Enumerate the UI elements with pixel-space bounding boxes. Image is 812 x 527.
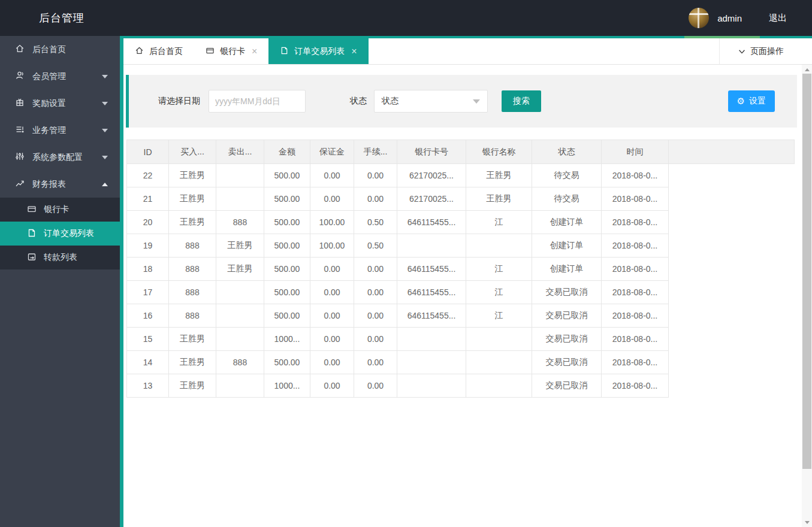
- table-cell-filler: [669, 187, 795, 211]
- table-cell: 0.00: [310, 164, 354, 187]
- sidebar-subitem-bankcard[interactable]: 银行卡: [0, 198, 120, 222]
- sidebar-item-finance-reports[interactable]: 财务报表: [0, 171, 120, 198]
- business-icon: [15, 125, 32, 136]
- column-header: 卖出...: [216, 140, 264, 164]
- sidebar-item-business[interactable]: 业务管理: [0, 117, 120, 144]
- table-cell: 王胜男: [169, 187, 216, 211]
- table-cell: 888: [169, 234, 216, 258]
- status-select[interactable]: 状态: [374, 90, 488, 113]
- tab-label: 订单交易列表: [294, 46, 345, 57]
- chevron-down-icon: [473, 99, 480, 104]
- params-icon: [15, 152, 32, 163]
- search-button[interactable]: 搜索: [502, 90, 541, 112]
- sidebar-subitem-transfers[interactable]: 转款列表: [0, 246, 120, 269]
- table-cell: 2018-08-0...: [602, 187, 669, 211]
- table-cell: 0.00: [310, 328, 354, 351]
- sidebar-item-system-params[interactable]: 系统参数配置: [0, 144, 120, 171]
- table-cell: 交易已取消: [532, 374, 602, 398]
- table-cell: [216, 164, 264, 187]
- table-cell: [397, 374, 466, 398]
- table-cell: [466, 374, 532, 398]
- table-cell: 王胜男: [169, 374, 216, 398]
- table-cell: 500.00: [264, 164, 310, 187]
- logout-button[interactable]: 退出: [769, 13, 787, 24]
- table-row: 18888王胜男500.000.000.00646115455...江创建订单2…: [127, 258, 795, 281]
- date-input[interactable]: [209, 90, 306, 113]
- header-user-area: admin 退出: [689, 8, 787, 28]
- sidebar-item-members[interactable]: 会员管理: [0, 63, 120, 90]
- table-cell: 21: [127, 187, 169, 211]
- finance-icon: [15, 178, 32, 190]
- triangle-up-icon: [805, 68, 810, 71]
- table-cell-filler: [669, 211, 795, 234]
- settings-button[interactable]: ⚙ 设置: [728, 90, 775, 112]
- table-body: 22王胜男500.000.000.0062170025...王胜男待交易2018…: [127, 164, 795, 398]
- loading-bar-segment: [684, 36, 760, 38]
- sidebar-item-label: 会员管理: [32, 71, 66, 82]
- table-row: 14王胜男888500.000.000.00交易已取消2018-08-0...: [127, 351, 795, 374]
- table-cell: 0.00: [310, 187, 354, 211]
- column-header: 银行名称: [466, 140, 532, 164]
- column-header: 保证金: [310, 140, 354, 164]
- table-cell: 交易已取消: [532, 304, 602, 328]
- table-cell: 王胜男: [169, 211, 216, 234]
- chevron-down-icon: [738, 47, 746, 56]
- sidebar-subitem-label: 银行卡: [44, 204, 69, 215]
- table-cell: [397, 234, 466, 258]
- close-icon[interactable]: ×: [351, 47, 357, 56]
- tab-bar: 后台首页 银行卡 × 订单交易列表 × 页面操作: [123, 36, 812, 65]
- tab-orders[interactable]: 订单交易列表 ×: [268, 38, 368, 64]
- table-cell: 江: [466, 281, 532, 304]
- table-cell: 2018-08-0...: [602, 281, 669, 304]
- table-cell: 20: [127, 211, 169, 234]
- table-cell: 646115455...: [397, 281, 466, 304]
- transfer-icon: [27, 252, 44, 264]
- scroll-down-button[interactable]: [802, 518, 812, 526]
- table-cell-filler: [669, 234, 795, 258]
- table-cell: 2018-08-0...: [602, 351, 669, 374]
- table-row: 20王胜男888500.00100.000.50646115455...江创建订…: [127, 211, 795, 234]
- settings-button-label: 设置: [749, 96, 766, 107]
- bankcard-icon: [206, 46, 220, 57]
- top-header: 后台管理 admin 退出: [0, 0, 812, 36]
- table-cell-filler: [669, 304, 795, 328]
- vertical-scrollbar[interactable]: [802, 65, 812, 527]
- table-cell: 16: [127, 304, 169, 328]
- table-cell: 500.00: [264, 234, 310, 258]
- table-row: 19888王胜男500.00100.000.50创建订单2018-08-0...: [127, 234, 795, 258]
- table-cell: 0.00: [310, 351, 354, 374]
- table-header-row: ID买入...卖出...金额保证金手续...银行卡号银行名称状态时间: [127, 140, 795, 164]
- table-cell: 2018-08-0...: [602, 164, 669, 187]
- username-menu[interactable]: admin: [717, 13, 742, 23]
- table-cell: 1000...: [264, 374, 310, 398]
- table-cell: 王胜男: [169, 164, 216, 187]
- table-cell: 0.50: [354, 234, 397, 258]
- close-icon[interactable]: ×: [252, 47, 257, 56]
- chevron-down-icon: [102, 75, 108, 78]
- table-cell: 22: [127, 164, 169, 187]
- column-header: 银行卡号: [397, 140, 466, 164]
- sidebar-item-label: 系统参数配置: [32, 152, 83, 163]
- scrollbar-thumb[interactable]: [802, 74, 811, 469]
- sidebar-item-rewards[interactable]: 奖励设置: [0, 90, 120, 117]
- column-header: 时间: [602, 140, 669, 164]
- tab-home[interactable]: 后台首页: [123, 38, 194, 64]
- table-cell: 19: [127, 234, 169, 258]
- table-cell: 0.00: [354, 304, 397, 328]
- table-cell: 14: [127, 351, 169, 374]
- sidebar-subitem-orders[interactable]: 订单交易列表: [0, 222, 120, 246]
- table-cell: 王胜男: [169, 328, 216, 351]
- page-actions-dropdown[interactable]: 页面操作: [719, 38, 802, 64]
- page-actions-label: 页面操作: [750, 46, 784, 57]
- scroll-up-button[interactable]: [802, 65, 812, 74]
- sidebar-item-label: 后台首页: [32, 44, 66, 55]
- tab-bankcard[interactable]: 银行卡 ×: [194, 38, 268, 64]
- table-cell: [216, 187, 264, 211]
- bankcard-icon: [27, 204, 44, 216]
- sidebar-item-home[interactable]: 后台首页: [0, 36, 120, 63]
- column-header: 金额: [264, 140, 310, 164]
- table-cell: [466, 328, 532, 351]
- table-cell-filler: [669, 258, 795, 281]
- table-cell: 0.00: [310, 281, 354, 304]
- table-cell-filler: [669, 328, 795, 351]
